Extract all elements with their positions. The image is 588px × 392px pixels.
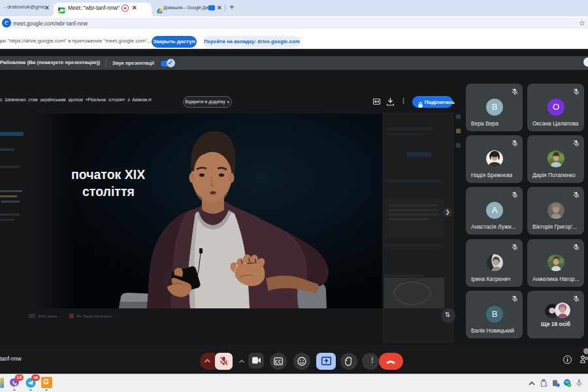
svg-text:століття: століття [82,184,135,199]
svg-text:початок XIX: початок XIX [71,167,145,182]
